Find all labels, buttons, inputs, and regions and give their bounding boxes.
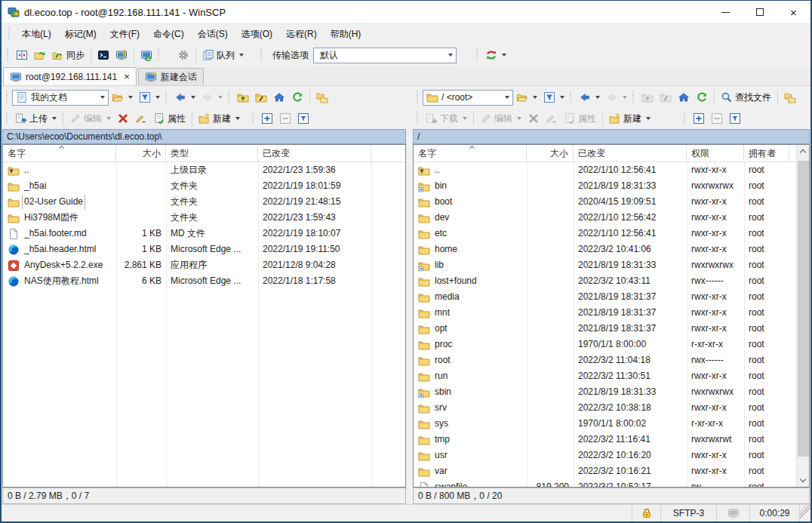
local-root-directory-button[interactable] xyxy=(252,90,270,105)
file-row[interactable]: _h5ai.footer.md1 KBMD 文件2022/1/19 18:10:… xyxy=(3,226,405,242)
menu-local[interactable]: 本地(L) xyxy=(15,26,58,42)
maximize-button[interactable] xyxy=(743,1,777,24)
menu-help[interactable]: 帮助(H) xyxy=(324,26,368,42)
remote-invert-selection-button[interactable] xyxy=(726,111,744,126)
remote-delete-button[interactable] xyxy=(524,111,543,126)
file-row[interactable]: lost+found2022/3/2 10:43:11rwx------root xyxy=(414,273,796,289)
file-row[interactable]: boot2020/4/15 19:09:51rwxr-xr-xroot xyxy=(414,194,796,210)
toolbar-grip[interactable] xyxy=(165,91,169,104)
toolbar-grip[interactable] xyxy=(252,112,256,125)
open-putty-button[interactable] xyxy=(112,48,131,63)
local-invert-selection-button[interactable] xyxy=(294,111,312,126)
column-header-type[interactable]: 类型 xyxy=(166,145,258,162)
file-row[interactable]: NAS使用教程.html6 KBMicrosoft Edge ...2022/1… xyxy=(3,273,405,289)
local-back-button[interactable] xyxy=(171,90,198,105)
sync-browsing-button[interactable] xyxy=(31,48,49,63)
toolbar-grip[interactable] xyxy=(632,91,636,104)
file-row[interactable]: sys1970/1/1 8:00:02r-xr-xr-xroot xyxy=(414,416,796,432)
toolbar-grip[interactable] xyxy=(6,91,10,104)
minimize-button[interactable] xyxy=(709,1,743,24)
new-session-tab[interactable]: 新建会话 xyxy=(138,68,204,85)
column-header-name[interactable]: 名字 xyxy=(414,145,527,162)
file-row[interactable]: ..上级目录2022/1/23 1:59:36 xyxy=(3,162,405,178)
local-select-button[interactable] xyxy=(258,111,276,126)
toolbar-grip[interactable] xyxy=(570,91,574,104)
remote-unselect-button[interactable] xyxy=(708,111,726,126)
file-row[interactable]: mnt2021/8/19 18:31:37rwxr-xr-xroot xyxy=(414,305,796,321)
file-row[interactable]: etc2022/1/10 12:56:41rwxr-xr-xroot xyxy=(414,226,796,242)
local-parent-directory-button[interactable] xyxy=(234,90,252,105)
resize-grip[interactable] xyxy=(800,505,810,521)
scroll-down-icon[interactable] xyxy=(797,474,810,487)
file-row[interactable]: proc1970/1/1 8:00:00r-xr-xr-xroot xyxy=(414,337,796,352)
file-row[interactable]: lib2021/8/19 18:31:33rwxrwxrwxroot xyxy=(414,257,796,273)
file-row[interactable]: swapfile819,2002022/3/2 10:52:17rw------… xyxy=(414,479,796,487)
file-row[interactable]: root2022/3/2 11:04:18rwx------root xyxy=(414,352,796,368)
local-open-directory-button[interactable] xyxy=(109,90,136,105)
menu-remote[interactable]: 远程(R) xyxy=(279,26,324,42)
find-files-button[interactable]: 查找文件 xyxy=(718,90,774,106)
scroll-up-icon[interactable] xyxy=(797,145,810,158)
remote-refresh-button[interactable] xyxy=(693,90,711,105)
menu-commands[interactable]: 命令(C) xyxy=(146,26,191,42)
queue-button[interactable]: 队列 xyxy=(199,48,247,63)
remote-new-button[interactable]: 新建 xyxy=(606,111,654,127)
menu-mark[interactable]: 标记(M) xyxy=(58,26,103,42)
file-row[interactable]: tmp2022/3/2 11:16:41rwxrwxrwtroot xyxy=(414,432,796,448)
encryption-status[interactable] xyxy=(632,505,661,521)
protocol-status[interactable]: SFTP-3 xyxy=(661,505,717,521)
remote-root-directory-button[interactable] xyxy=(657,90,675,105)
transfer-settings-button[interactable] xyxy=(482,48,509,63)
column-header-modified[interactable]: 已改变 xyxy=(258,145,371,162)
menu-file[interactable]: 文件(F) xyxy=(103,26,146,42)
local-home-button[interactable] xyxy=(270,90,288,105)
local-refresh-button[interactable] xyxy=(288,90,306,105)
transfer-preset-select[interactable]: 默认 xyxy=(313,48,457,63)
file-row[interactable]: opt2021/8/19 18:31:37rwxr-xr-xroot xyxy=(414,321,796,337)
file-row[interactable]: dev2022/1/10 12:56:42rwxr-xr-xroot xyxy=(414,210,796,226)
remote-location-select[interactable]: / <root> xyxy=(423,90,513,106)
menu-options[interactable]: 选项(O) xyxy=(235,26,279,42)
file-row[interactable]: Hi3798M固件文件夹2022/1/23 1:59:43 xyxy=(3,210,405,226)
file-row[interactable]: _h5ai.header.html1 KBMicrosoft Edge ...2… xyxy=(3,242,405,257)
toolbar-grip[interactable] xyxy=(476,48,480,62)
local-path-bar[interactable]: C:\Users\ecoo\Documents\dl.ecoo.top\ xyxy=(2,129,406,144)
remote-edit-button[interactable]: 编辑 xyxy=(477,111,524,127)
remote-parent-directory-button[interactable] xyxy=(638,90,657,105)
upload-button[interactable]: 上传 xyxy=(12,111,60,127)
file-row[interactable]: media2021/8/19 18:31:37rwxr-xr-xroot xyxy=(414,289,796,305)
toggle-panels-button[interactable] xyxy=(13,48,31,63)
panel-splitter[interactable] xyxy=(407,87,412,504)
file-row[interactable]: run2022/3/2 11:30:51rwxr-xr-xroot xyxy=(414,368,796,384)
remote-select-button[interactable] xyxy=(690,111,708,126)
preferences-button[interactable] xyxy=(174,48,192,63)
remote-properties-button[interactable]: 属性 xyxy=(561,111,599,127)
menubar-grip[interactable] xyxy=(8,27,12,41)
local-forward-button[interactable] xyxy=(198,90,226,105)
local-rename-button[interactable] xyxy=(132,111,150,126)
toolbar-grip[interactable] xyxy=(7,48,11,62)
toolbar-grip[interactable] xyxy=(228,91,232,104)
column-header-permissions[interactable]: 权限 xyxy=(687,145,744,162)
remote-open-directory-button[interactable] xyxy=(513,90,540,105)
toolbar-grip[interactable] xyxy=(260,48,264,62)
scrollbar-thumb[interactable] xyxy=(798,161,809,457)
local-tree-button[interactable] xyxy=(313,90,331,105)
remote-home-button[interactable] xyxy=(675,90,693,105)
file-row[interactable]: sbin2021/8/19 18:31:33rwxrwxrwxroot xyxy=(414,384,796,400)
toolbar-grip[interactable] xyxy=(684,112,687,125)
remote-forward-button[interactable] xyxy=(603,90,630,105)
toolbar-grip[interactable] xyxy=(417,112,420,125)
file-row[interactable]: ..2022/1/10 12:56:41rwxr-xr-xroot xyxy=(414,162,796,178)
refresh-session-button[interactable] xyxy=(137,48,155,63)
tab-close-icon[interactable]: × xyxy=(124,71,130,82)
file-row[interactable]: home2022/3/2 10:41:06rwxr-xr-xroot xyxy=(414,242,796,257)
local-edit-button[interactable]: 编辑 xyxy=(66,111,114,127)
menu-session[interactable]: 会话(S) xyxy=(191,26,235,42)
remote-path-bar[interactable]: / xyxy=(413,129,810,144)
column-header-owner[interactable]: 拥有者 xyxy=(744,145,789,162)
file-row[interactable]: _h5ai文件夹2022/1/19 18:01:59 xyxy=(3,178,405,194)
column-header-modified[interactable]: 已改变 xyxy=(574,145,687,162)
close-button[interactable]: × xyxy=(777,1,810,24)
file-row[interactable]: var2022/3/2 10:16:21rwxr-xr-xroot xyxy=(414,463,796,479)
